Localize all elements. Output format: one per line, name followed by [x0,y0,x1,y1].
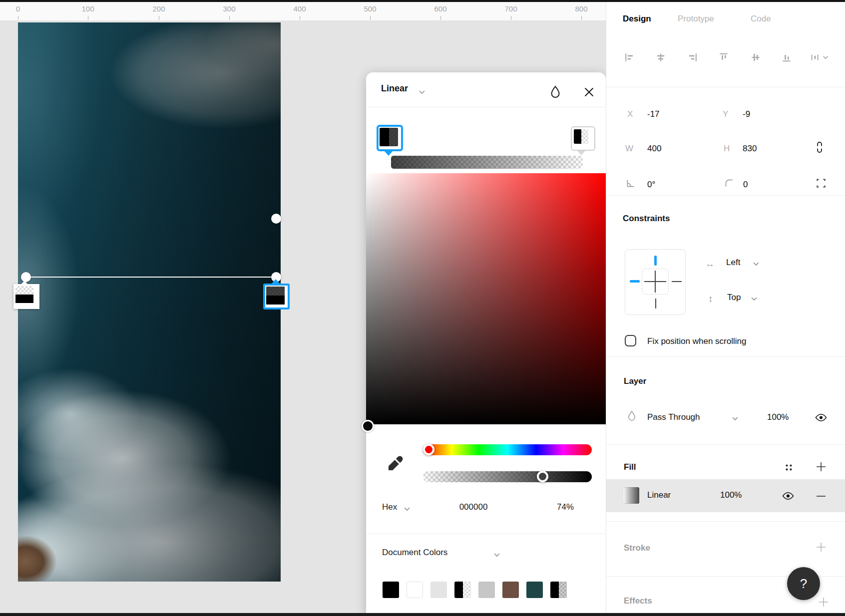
chevron-down-icon[interactable] [404,507,410,511]
horizontal-constraint-select[interactable]: Left [726,258,740,268]
align-top-icon[interactable] [718,52,729,63]
add-stroke-icon[interactable] [815,541,827,553]
stop-pointer [577,151,585,155]
blend-mode-icon[interactable] [627,410,636,421]
document-colors-label[interactable]: Document Colors [382,548,447,558]
fill-visibility-eye-icon[interactable] [782,492,794,500]
gradient-axis-line[interactable] [26,277,276,278]
distribute-spacing-icon[interactable] [810,52,829,63]
layer-opacity-value[interactable]: 100% [767,412,789,422]
hex-value-input[interactable]: 000000 [441,502,506,512]
saturation-brightness-field[interactable] [366,173,606,424]
help-button[interactable]: ? [787,567,820,600]
alpha-value-input[interactable]: 74% [557,502,574,512]
tab-prototype[interactable]: Prototype [678,14,714,24]
width-field-label: W [625,144,633,154]
align-bottom-icon[interactable] [781,52,792,63]
constraint-bottom[interactable] [655,299,656,308]
corner-radius-icon [724,178,735,189]
chevron-down-icon[interactable] [419,90,425,94]
constraints-cross [655,271,656,293]
y-field-value[interactable]: -9 [743,109,750,119]
ocean-image-layer[interactable] [18,22,281,582]
close-icon[interactable] [584,87,594,97]
document-color-swatch[interactable] [478,582,495,598]
color-format-label[interactable]: Hex [382,502,397,512]
add-fill-icon[interactable] [815,461,827,473]
vertical-constraint-select[interactable]: Top [727,293,741,303]
add-effect-icon[interactable] [818,596,830,608]
height-field-value[interactable]: 830 [743,144,757,154]
chevron-down-icon[interactable] [753,262,759,266]
document-color-swatch[interactable] [502,582,519,598]
ruler-label: 100 [73,4,103,13]
ruler-label: 600 [425,4,455,13]
hue-slider-handle[interactable] [423,444,434,455]
fill-row-selected[interactable]: Linear 100% [606,479,845,512]
align-vertical-center-icon[interactable] [750,52,761,63]
fix-position-checkbox[interactable] [625,335,636,346]
help-button-label: ? [800,576,807,592]
independent-corners-icon[interactable] [816,178,827,189]
ruler-tick [300,16,300,20]
tab-code[interactable]: Code [751,14,771,24]
fill-type-label[interactable]: Linear [647,490,671,500]
stop-pointer [21,281,28,285]
ruler-label: 800 [566,4,596,13]
stop-pointer [385,151,393,156]
constraint-top-active[interactable] [654,256,657,266]
alpha-slider-handle[interactable] [537,471,548,482]
ruler-label: 0 [3,4,33,13]
gradient-preview-bar[interactable] [391,156,583,169]
constrain-proportions-icon[interactable] [815,141,824,154]
blend-mode-select[interactable]: Pass Through [647,412,700,422]
canvas-gradient-stop-selected[interactable] [263,284,290,309]
fill-opacity-value[interactable]: 100% [720,490,742,500]
chevron-down-icon[interactable] [494,553,500,557]
document-color-swatch[interactable] [407,582,423,598]
picker-stop-transparent[interactable] [571,126,595,151]
divider [366,107,606,107]
color-picker-panel: Linear [366,72,606,616]
constraint-right[interactable] [672,281,682,282]
width-field-value[interactable]: 400 [647,144,661,154]
color-field-cursor[interactable] [362,420,374,432]
window-top-edge [0,0,845,2]
chevron-down-icon[interactable] [732,417,738,421]
chevron-down-icon[interactable] [751,297,757,301]
eyedropper-icon[interactable] [387,455,404,472]
alpha-slider-gradient [423,471,592,482]
align-right-icon[interactable] [687,52,698,63]
document-color-swatch[interactable] [383,582,399,598]
constraints-widget[interactable] [625,249,686,315]
ruler-tick [581,16,582,20]
fill-gradient-thumbnail[interactable] [623,487,639,504]
corner-radius-value[interactable]: 0 [743,180,748,190]
gradient-width-handle[interactable] [271,214,281,224]
blend-droplet-icon[interactable] [550,85,561,98]
canvas-gradient-stop-transparent[interactable] [13,284,39,309]
align-horizontal-center-icon[interactable] [655,52,666,63]
fill-section-title: Fill [624,462,636,472]
layer-visibility-eye-icon[interactable] [815,413,827,422]
constraint-left-active[interactable] [630,280,640,283]
x-field-value[interactable]: -17 [647,109,660,119]
fix-position-label: Fix position when scrolling [647,336,746,346]
ruler-tick [159,16,159,20]
divider [606,356,845,357]
fill-styles-icon[interactable] [785,463,793,472]
remove-fill-icon[interactable] [815,490,827,502]
hue-slider[interactable] [423,444,592,455]
ruler-tick [229,16,230,20]
document-color-swatch[interactable] [454,582,471,598]
rotation-value[interactable]: 0° [647,180,655,190]
align-left-icon[interactable] [624,52,635,63]
document-color-swatch[interactable] [430,582,447,598]
document-color-swatch[interactable] [526,582,543,598]
stop-alpha-preview [266,287,285,296]
alpha-slider[interactable] [423,471,592,482]
gradient-type-label[interactable]: Linear [381,83,408,94]
tab-design[interactable]: Design [623,14,651,24]
picker-stop-selected[interactable] [377,125,403,151]
document-color-swatch[interactable] [550,582,567,598]
